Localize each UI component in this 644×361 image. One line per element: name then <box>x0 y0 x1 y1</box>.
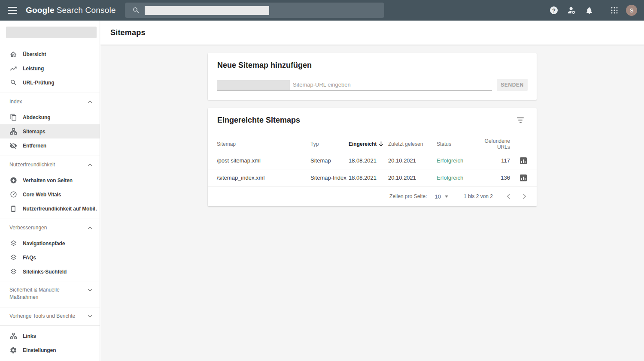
chevron-up-icon <box>88 100 92 103</box>
sidebar-item-faqs[interactable]: FAQs <box>0 250 100 265</box>
help-button[interactable]: ? <box>550 6 558 14</box>
sidebar-section-verbesserungen[interactable]: Verbesserungen <box>0 219 100 236</box>
property-search-input[interactable] <box>125 3 384 18</box>
sidebar-item-links[interactable]: Links <box>0 329 100 343</box>
sidebar-item-verhalten-von-seiten[interactable]: Verhalten von Seiten <box>0 173 100 187</box>
column-header-status[interactable]: Status <box>437 141 478 147</box>
apps-grid-button[interactable] <box>611 6 618 14</box>
page-experience-icon <box>9 177 17 184</box>
chevron-up-icon <box>88 163 92 166</box>
sidebar-item-label: Leistung <box>23 66 44 72</box>
sidebar-item-einstellungen[interactable]: Einstellungen <box>0 343 100 357</box>
logo-google-text: Google <box>26 6 55 15</box>
help-icon: ? <box>550 6 558 14</box>
table-row[interactable]: /sitemap_index.xml Sitemap-Index 18.08.2… <box>208 169 537 186</box>
sidebar: Übersicht Leistung URL-Prüfung Index Abd… <box>0 21 100 361</box>
submit-button[interactable]: SENDEN <box>497 79 528 91</box>
page-header: Sitemaps <box>100 21 644 45</box>
rich-result-icon <box>9 268 17 276</box>
url-inspection-icon <box>9 79 17 87</box>
sidebar-item-sitemaps[interactable]: Sitemaps <box>0 124 100 138</box>
sidebar-item-mobile-usability[interactable]: Nutzerfreundlichkeit auf Mobil… <box>0 202 100 216</box>
cell-gefundene-urls: 117 <box>478 157 510 164</box>
coverage-icon <box>9 114 17 121</box>
cell-eingereicht: 18.08.2021 <box>349 157 388 164</box>
topbar: GoogleSearch Console ? S <box>0 0 644 21</box>
column-header-sitemap[interactable]: Sitemap <box>217 141 310 147</box>
cell-zuletzt-gelesen: 20.10.2021 <box>388 174 437 181</box>
sidebar-item-url-pruefung[interactable]: URL-Prüfung <box>0 75 100 90</box>
redacted-property-prefix <box>217 80 290 90</box>
sidebar-item-label: Einstellungen <box>23 347 56 353</box>
bell-icon <box>585 6 593 15</box>
sidebar-item-label: FAQs <box>23 255 36 261</box>
sidebar-item-label: Übersicht <box>23 51 46 57</box>
sidebar-item-abdeckung[interactable]: Abdeckung <box>0 110 100 124</box>
main-area: Sitemaps Neue Sitemap hinzufügen SENDEN … <box>100 21 644 361</box>
chevron-down-icon <box>88 289 92 292</box>
table-pagination: Zeilen pro Seite: 10 1 bis 2 von 2 <box>208 186 537 206</box>
sidebar-item-label: Verhalten von Seiten <box>23 177 73 184</box>
app-logo[interactable]: GoogleSearch Console <box>26 6 116 15</box>
links-tree-icon <box>9 332 17 340</box>
manage-accounts-button[interactable] <box>567 6 577 15</box>
section-title: Nutzerfreundlichkeit <box>9 161 55 168</box>
submitted-sitemaps-title: Eingereichte Sitemaps <box>217 116 300 125</box>
google-search-console-app: GoogleSearch Console ? S <box>0 0 644 361</box>
sidebar-section-index[interactable]: Index <box>0 93 100 110</box>
sidebar-section-sicherheit[interactable]: Sicherheit & Manuelle Maßnahmen <box>0 282 100 306</box>
rich-result-icon <box>9 254 17 262</box>
sidebar-item-label: Sitelinks-Suchfeld <box>23 269 67 275</box>
sidebar-section-vorherige-tools[interactable]: Vorherige Tools und Berichte <box>0 307 100 325</box>
view-chart-icon[interactable] <box>520 174 527 181</box>
sidebar-item-label: Navigationspfade <box>23 241 65 247</box>
column-header-zuletzt-gelesen[interactable]: Zuletzt gelesen <box>388 141 437 147</box>
smartphone-icon <box>9 205 17 213</box>
cell-typ: Sitemap <box>310 157 349 164</box>
table-row[interactable]: /post-sitemap.xml Sitemap 18.08.2021 20.… <box>208 152 537 169</box>
hamburger-menu-icon[interactable] <box>8 7 17 14</box>
sidebar-item-uebersicht[interactable]: Übersicht <box>0 47 100 61</box>
previous-page-button[interactable] <box>507 193 510 199</box>
chevron-right-icon <box>522 193 526 199</box>
view-chart-icon[interactable] <box>520 157 527 164</box>
sidebar-section-nutzerfreundlichkeit[interactable]: Nutzerfreundlichkeit <box>0 156 100 173</box>
next-page-button[interactable] <box>522 193 526 199</box>
column-header-eingereicht[interactable]: Eingereicht <box>349 141 388 147</box>
logo-product-text: Search Console <box>57 6 116 15</box>
table-header-row: Sitemap Typ Eingereicht Zuletzt gelesen … <box>208 136 537 152</box>
cell-sitemap[interactable]: /post-sitemap.xml <box>217 157 310 164</box>
dropdown-caret-icon[interactable] <box>445 196 448 198</box>
sidebar-item-label: Core Web Vitals <box>23 192 61 198</box>
add-sitemap-title: Neue Sitemap hinzufügen <box>217 61 312 70</box>
chevron-down-icon <box>88 315 92 318</box>
property-selector-redacted[interactable] <box>6 27 97 38</box>
column-header-gefundene-urls[interactable]: Gefundene URLs <box>478 138 510 150</box>
user-avatar[interactable]: S <box>626 5 637 16</box>
pagination-range: 1 bis 2 von 2 <box>464 193 493 199</box>
home-icon <box>9 51 17 58</box>
column-header-typ[interactable]: Typ <box>310 141 349 147</box>
sidebar-item-navigationspfade[interactable]: Navigationspfade <box>0 236 100 250</box>
avatar-letter: S <box>630 7 634 14</box>
sidebar-item-sitelinks-suchfeld[interactable]: Sitelinks-Suchfeld <box>0 265 100 279</box>
sidebar-item-core-web-vitals[interactable]: Core Web Vitals <box>0 187 100 202</box>
rows-per-page-select[interactable]: 10 <box>434 193 440 200</box>
notifications-button[interactable] <box>585 6 593 15</box>
sort-descending-icon <box>379 141 383 147</box>
sitemap-icon <box>9 128 17 135</box>
topbar-actions: ? S <box>550 0 644 21</box>
add-sitemap-card: Neue Sitemap hinzufügen SENDEN <box>208 53 537 100</box>
column-header-label: Eingereicht <box>349 141 377 147</box>
search-icon <box>132 6 140 14</box>
sidebar-item-label: Abdeckung <box>23 114 50 120</box>
sidebar-item-leistung[interactable]: Leistung <box>0 61 100 75</box>
performance-icon <box>9 65 17 72</box>
status-badge: Erfolgreich <box>437 157 478 164</box>
cell-zuletzt-gelesen: 20.10.2021 <box>388 157 437 164</box>
sidebar-item-entfernen[interactable]: Entfernen <box>0 138 100 153</box>
section-title: Vorherige Tools und Berichte <box>9 313 75 320</box>
filter-icon[interactable] <box>516 116 525 124</box>
cell-sitemap[interactable]: /sitemap_index.xml <box>217 174 310 181</box>
rich-result-icon <box>9 240 17 247</box>
